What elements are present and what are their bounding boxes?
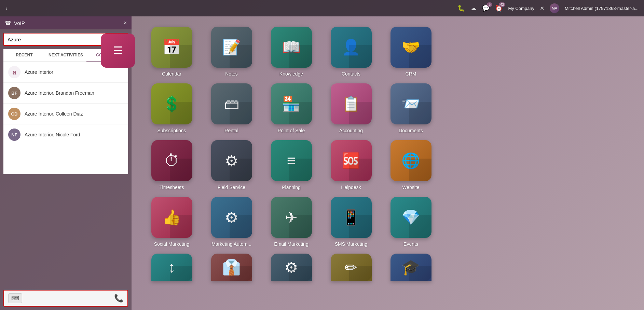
app-bottom-3[interactable]: ⚙ [265,254,318,281]
avatar: a [8,66,20,78]
voip-header: ☎ VoIP × [0,16,132,29]
voip-footer: ⌨ 📞 [3,290,128,307]
app-label: Calendar [162,71,181,77]
app-crm[interactable]: 🤝 CRM [384,27,437,77]
app-label: Rental [224,128,238,133]
app-email-marketing[interactable]: ✈ Email Marketing [265,197,318,247]
bug-icon[interactable]: 🐛 [457,4,465,12]
apps-row-2: 💲 Subscriptions 🗃 Rental 🏪 Point of Sale… [145,83,630,133]
app-bottom-5[interactable]: 🎓 [384,254,437,281]
tab-recent[interactable]: RECENT [3,49,45,62]
sms-marketing-icon: 📱 [331,197,372,238]
calendar-icon: 📅 [151,27,192,68]
app-label: Website [402,185,419,190]
timesheets-icon: ⏱ [151,140,192,181]
app-timesheets[interactable]: ⏱ Timesheets [145,140,198,190]
subscriptions-icon: 💲 [151,83,192,124]
chat-notification[interactable]: 💬 5 [482,4,490,12]
voip-title: VoIP [14,20,25,26]
accounting-icon: 📋 [331,83,372,124]
menu-toggle-icon[interactable]: › [5,5,8,12]
app-bottom-4[interactable]: ✏ [325,254,378,281]
contact-name: Azure Interior [25,69,53,75]
app-accounting[interactable]: 📋 Accounting [325,83,378,133]
avatar: CD [8,108,20,120]
bottom2-icon: 👔 [211,254,252,281]
voip-close-button[interactable]: × [124,20,127,26]
app-fieldservice[interactable]: ⚙ Field Service [205,140,258,190]
bottom4-icon: ✏ [331,254,372,281]
list-item[interactable]: BF Azure Interior, Brandon Freeman [3,83,128,104]
social-marketing-icon: 👍 [151,197,192,238]
app-helpdesk[interactable]: 🆘 Helpdesk [325,140,378,190]
avatar: BF [8,87,20,99]
app-social-marketing[interactable]: 👍 Social Marketing [145,197,198,247]
username[interactable]: Mitchell Admin (17971368-master-a... [565,6,639,11]
navbar-right: 🐛 ☁ 💬 5 ⏰ 42 My Company ✕ MA Mitchell Ad… [457,3,639,13]
app-label: Helpdesk [341,185,361,190]
bottom3-icon: ⚙ [271,254,312,281]
app-events[interactable]: 💎 Events [384,197,437,247]
apps-row-4: 👍 Social Marketing ⚙ Marketing Autom... … [145,197,630,247]
app-documents[interactable]: 📨 Documents [384,83,437,133]
planning-icon: ≡ [271,140,312,181]
notes-icon: 📝 [211,27,252,68]
app-label: CRM [406,71,416,77]
app-bottom-1[interactable]: ↕ [145,254,198,281]
app-sms-marketing[interactable]: 📱 SMS Marketing [325,197,378,247]
fieldservice-icon: ⚙ [211,140,252,181]
avatar: NF [8,129,20,141]
app-rental[interactable]: 🗃 Rental [205,83,258,133]
app-planning[interactable]: ≡ Planning [265,140,318,190]
call-button[interactable]: 📞 [114,294,123,303]
bottom1-icon: ↕ [151,254,192,281]
website-icon: 🌐 [390,140,431,181]
voip-title-group: ☎ VoIP [5,20,25,26]
apps-row-1: 📅 Calendar 📝 Notes 📖 Knowledge 👤 Contact… [145,27,630,77]
avatar[interactable]: MA [550,3,559,13]
upload-icon[interactable]: ☁ [470,4,477,12]
activity-badge: 42 [499,2,505,7]
voip-results-list: a Azure Interior BF Azure Interior, Bran… [3,62,128,174]
helpdesk-icon: 🆘 [331,140,372,181]
list-item[interactable]: NF Azure Interior, Nicole Ford [3,124,128,145]
bottom5-icon: 🎓 [390,254,431,281]
voip-search-input[interactable] [8,37,117,42]
app-label: Events [403,241,418,247]
app-notes[interactable]: 📝 Notes [205,27,258,77]
app-label: Marketing Autom... [211,241,251,247]
crm-icon: 🤝 [390,27,431,68]
app-subscriptions[interactable]: 💲 Subscriptions [145,83,198,133]
activity-notification[interactable]: ⏰ 42 [495,4,503,12]
contact-name: Azure Interior, Colleen Diaz [25,111,83,117]
hamburger-icon: ☰ [113,44,123,57]
app-label: Documents [399,128,423,133]
contact-name: Azure Interior, Brandon Freeman [25,90,94,96]
list-item[interactable]: CD Azure Interior, Colleen Diaz [3,104,128,124]
app-calendar[interactable]: 📅 Calendar [145,27,198,77]
settings-icon[interactable]: ✕ [540,5,544,12]
contact-name: Azure Interior, Nicole Ford [25,132,80,137]
app-label: Point of Sale [278,128,305,133]
app-knowledge[interactable]: 📖 Knowledge [265,27,318,77]
company-name[interactable]: My Company [508,6,534,11]
keyboard-icon: ⌨ [11,295,19,301]
company-logo-icon: a [12,68,16,76]
app-bottom-2[interactable]: 👔 [205,254,258,281]
app-label: Social Marketing [154,241,190,247]
email-marketing-icon: ✈ [271,197,312,238]
app-contacts[interactable]: 👤 Contacts [325,27,378,77]
app-label: Contacts [342,71,360,77]
app-pos[interactable]: 🏪 Point of Sale [265,83,318,133]
keyboard-button[interactable]: ⌨ [8,293,22,303]
marketing-auto-icon: ⚙ [211,197,252,238]
app-label: SMS Marketing [335,241,368,247]
app-label: Knowledge [279,71,303,77]
tab-next-activities[interactable]: NEXT ACTIVITIES [45,49,87,62]
pos-icon: 🏪 [271,83,312,124]
app-marketing-auto[interactable]: ⚙ Marketing Autom... [205,197,258,247]
app-label: Field Service [218,185,245,190]
voip-panel: ☰ ☎ VoIP × 🔍 RECENT NEXT ACTIVITIES CONT… [0,16,132,310]
app-website[interactable]: 🌐 Website [384,140,437,190]
navbar-left: › [5,5,8,12]
